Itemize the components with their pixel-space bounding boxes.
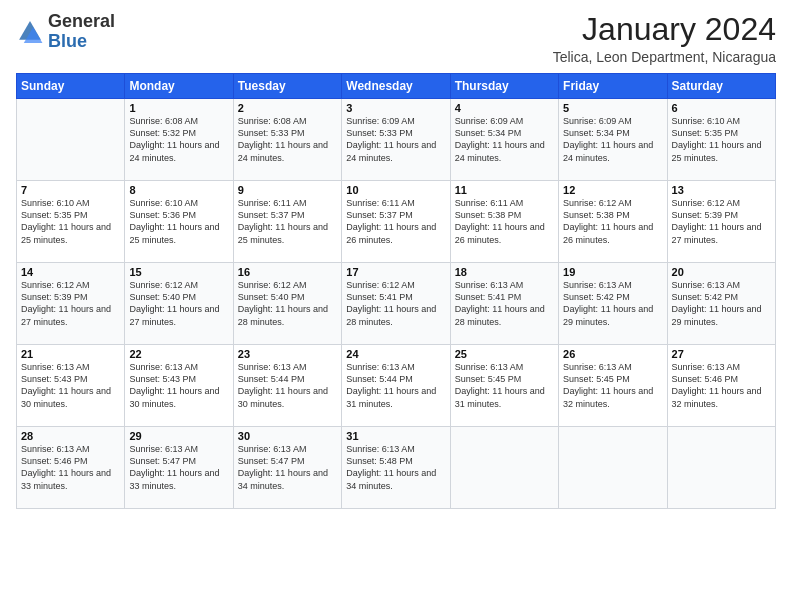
calendar-cell: 2Sunrise: 6:08 AM Sunset: 5:33 PM Daylig…	[233, 99, 341, 181]
cell-details: Sunrise: 6:13 AM Sunset: 5:41 PM Dayligh…	[455, 279, 554, 328]
calendar-cell	[667, 427, 775, 509]
calendar-week-3: 14Sunrise: 6:12 AM Sunset: 5:39 PM Dayli…	[17, 263, 776, 345]
day-number: 16	[238, 266, 337, 278]
month-year: January 2024	[553, 12, 776, 47]
day-number: 1	[129, 102, 228, 114]
title-block: January 2024 Telica, Leon Department, Ni…	[553, 12, 776, 65]
cell-details: Sunrise: 6:12 AM Sunset: 5:41 PM Dayligh…	[346, 279, 445, 328]
day-number: 10	[346, 184, 445, 196]
day-number: 3	[346, 102, 445, 114]
cell-details: Sunrise: 6:13 AM Sunset: 5:42 PM Dayligh…	[672, 279, 771, 328]
day-number: 13	[672, 184, 771, 196]
calendar-cell: 3Sunrise: 6:09 AM Sunset: 5:33 PM Daylig…	[342, 99, 450, 181]
col-monday: Monday	[125, 74, 233, 99]
location: Telica, Leon Department, Nicaragua	[553, 49, 776, 65]
day-number: 6	[672, 102, 771, 114]
day-number: 12	[563, 184, 662, 196]
logo-blue: Blue	[48, 32, 115, 52]
calendar-cell: 10Sunrise: 6:11 AM Sunset: 5:37 PM Dayli…	[342, 181, 450, 263]
cell-details: Sunrise: 6:09 AM Sunset: 5:34 PM Dayligh…	[563, 115, 662, 164]
calendar-cell: 16Sunrise: 6:12 AM Sunset: 5:40 PM Dayli…	[233, 263, 341, 345]
header: General Blue January 2024 Telica, Leon D…	[16, 12, 776, 65]
calendar-cell: 26Sunrise: 6:13 AM Sunset: 5:45 PM Dayli…	[559, 345, 667, 427]
col-friday: Friday	[559, 74, 667, 99]
day-number: 17	[346, 266, 445, 278]
calendar-body: 1Sunrise: 6:08 AM Sunset: 5:32 PM Daylig…	[17, 99, 776, 509]
col-tuesday: Tuesday	[233, 74, 341, 99]
cell-details: Sunrise: 6:12 AM Sunset: 5:39 PM Dayligh…	[672, 197, 771, 246]
day-number: 19	[563, 266, 662, 278]
calendar-cell: 29Sunrise: 6:13 AM Sunset: 5:47 PM Dayli…	[125, 427, 233, 509]
cell-details: Sunrise: 6:12 AM Sunset: 5:40 PM Dayligh…	[238, 279, 337, 328]
cell-details: Sunrise: 6:13 AM Sunset: 5:42 PM Dayligh…	[563, 279, 662, 328]
day-number: 30	[238, 430, 337, 442]
calendar-cell: 6Sunrise: 6:10 AM Sunset: 5:35 PM Daylig…	[667, 99, 775, 181]
calendar-week-1: 1Sunrise: 6:08 AM Sunset: 5:32 PM Daylig…	[17, 99, 776, 181]
day-number: 15	[129, 266, 228, 278]
cell-details: Sunrise: 6:13 AM Sunset: 5:45 PM Dayligh…	[563, 361, 662, 410]
day-number: 25	[455, 348, 554, 360]
cell-details: Sunrise: 6:13 AM Sunset: 5:44 PM Dayligh…	[238, 361, 337, 410]
cell-details: Sunrise: 6:08 AM Sunset: 5:32 PM Dayligh…	[129, 115, 228, 164]
col-saturday: Saturday	[667, 74, 775, 99]
logo-text: General Blue	[48, 12, 115, 52]
calendar-cell: 15Sunrise: 6:12 AM Sunset: 5:40 PM Dayli…	[125, 263, 233, 345]
calendar-cell: 23Sunrise: 6:13 AM Sunset: 5:44 PM Dayli…	[233, 345, 341, 427]
calendar-cell: 21Sunrise: 6:13 AM Sunset: 5:43 PM Dayli…	[17, 345, 125, 427]
cell-details: Sunrise: 6:13 AM Sunset: 5:46 PM Dayligh…	[21, 443, 120, 492]
calendar-cell: 25Sunrise: 6:13 AM Sunset: 5:45 PM Dayli…	[450, 345, 558, 427]
calendar-cell: 31Sunrise: 6:13 AM Sunset: 5:48 PM Dayli…	[342, 427, 450, 509]
cell-details: Sunrise: 6:08 AM Sunset: 5:33 PM Dayligh…	[238, 115, 337, 164]
cell-details: Sunrise: 6:12 AM Sunset: 5:39 PM Dayligh…	[21, 279, 120, 328]
day-number: 29	[129, 430, 228, 442]
calendar-cell: 1Sunrise: 6:08 AM Sunset: 5:32 PM Daylig…	[125, 99, 233, 181]
day-number: 28	[21, 430, 120, 442]
day-number: 11	[455, 184, 554, 196]
cell-details: Sunrise: 6:13 AM Sunset: 5:45 PM Dayligh…	[455, 361, 554, 410]
col-wednesday: Wednesday	[342, 74, 450, 99]
logo: General Blue	[16, 12, 115, 52]
cell-details: Sunrise: 6:11 AM Sunset: 5:37 PM Dayligh…	[346, 197, 445, 246]
page-container: General Blue January 2024 Telica, Leon D…	[0, 0, 792, 517]
day-number: 9	[238, 184, 337, 196]
cell-details: Sunrise: 6:11 AM Sunset: 5:37 PM Dayligh…	[238, 197, 337, 246]
calendar-cell: 24Sunrise: 6:13 AM Sunset: 5:44 PM Dayli…	[342, 345, 450, 427]
logo-general: General	[48, 12, 115, 32]
day-number: 23	[238, 348, 337, 360]
day-number: 4	[455, 102, 554, 114]
day-number: 20	[672, 266, 771, 278]
calendar-cell: 27Sunrise: 6:13 AM Sunset: 5:46 PM Dayli…	[667, 345, 775, 427]
calendar-cell	[17, 99, 125, 181]
cell-details: Sunrise: 6:10 AM Sunset: 5:35 PM Dayligh…	[672, 115, 771, 164]
calendar-cell	[450, 427, 558, 509]
cell-details: Sunrise: 6:12 AM Sunset: 5:38 PM Dayligh…	[563, 197, 662, 246]
calendar-cell: 8Sunrise: 6:10 AM Sunset: 5:36 PM Daylig…	[125, 181, 233, 263]
calendar-cell: 9Sunrise: 6:11 AM Sunset: 5:37 PM Daylig…	[233, 181, 341, 263]
logo-icon	[16, 18, 44, 46]
cell-details: Sunrise: 6:09 AM Sunset: 5:34 PM Dayligh…	[455, 115, 554, 164]
calendar-table: Sunday Monday Tuesday Wednesday Thursday…	[16, 73, 776, 509]
day-number: 14	[21, 266, 120, 278]
day-number: 26	[563, 348, 662, 360]
cell-details: Sunrise: 6:13 AM Sunset: 5:47 PM Dayligh…	[129, 443, 228, 492]
calendar-cell: 13Sunrise: 6:12 AM Sunset: 5:39 PM Dayli…	[667, 181, 775, 263]
day-number: 27	[672, 348, 771, 360]
day-number: 5	[563, 102, 662, 114]
calendar-week-2: 7Sunrise: 6:10 AM Sunset: 5:35 PM Daylig…	[17, 181, 776, 263]
cell-details: Sunrise: 6:10 AM Sunset: 5:36 PM Dayligh…	[129, 197, 228, 246]
calendar-week-4: 21Sunrise: 6:13 AM Sunset: 5:43 PM Dayli…	[17, 345, 776, 427]
calendar-cell: 14Sunrise: 6:12 AM Sunset: 5:39 PM Dayli…	[17, 263, 125, 345]
header-row: Sunday Monday Tuesday Wednesday Thursday…	[17, 74, 776, 99]
cell-details: Sunrise: 6:13 AM Sunset: 5:48 PM Dayligh…	[346, 443, 445, 492]
calendar-cell: 7Sunrise: 6:10 AM Sunset: 5:35 PM Daylig…	[17, 181, 125, 263]
cell-details: Sunrise: 6:13 AM Sunset: 5:43 PM Dayligh…	[129, 361, 228, 410]
calendar-cell: 19Sunrise: 6:13 AM Sunset: 5:42 PM Dayli…	[559, 263, 667, 345]
day-number: 18	[455, 266, 554, 278]
cell-details: Sunrise: 6:13 AM Sunset: 5:44 PM Dayligh…	[346, 361, 445, 410]
day-number: 8	[129, 184, 228, 196]
day-number: 22	[129, 348, 228, 360]
day-number: 24	[346, 348, 445, 360]
day-number: 2	[238, 102, 337, 114]
calendar-week-5: 28Sunrise: 6:13 AM Sunset: 5:46 PM Dayli…	[17, 427, 776, 509]
calendar-cell: 4Sunrise: 6:09 AM Sunset: 5:34 PM Daylig…	[450, 99, 558, 181]
